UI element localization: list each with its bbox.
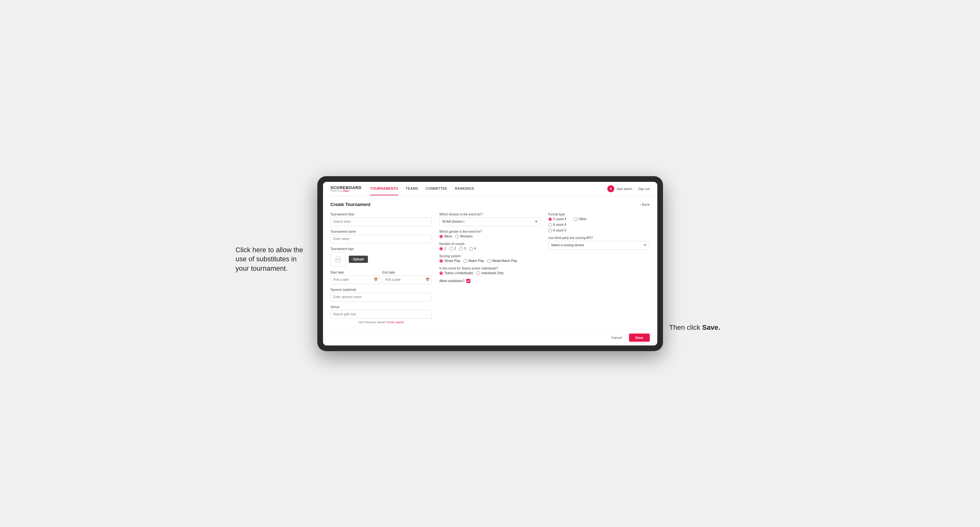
rounds-4[interactable]: 4 [469, 247, 476, 251]
gender-group: Which gender is the event for? Mens Wome… [439, 230, 541, 238]
user-name: blair admin [617, 187, 632, 190]
sponsor-group: Sponsor (optional) [331, 288, 432, 302]
event-teams-label: Teams (+Individuals) [444, 271, 473, 275]
format-5c4-radio[interactable] [548, 217, 552, 221]
venue-label: Venue [331, 305, 432, 309]
scoring-group: Scoring system Stroke Play Match Play [439, 254, 541, 263]
division-group: Which division is the event for? NCAA Di… [439, 213, 541, 226]
format-6c4-radio[interactable] [548, 223, 552, 227]
back-button[interactable]: ‹ Back [640, 203, 649, 206]
scoring-stroke-label: Stroke Play [444, 259, 460, 263]
rounds-group: Number of rounds 1 2 [439, 242, 541, 251]
format-options: 5 count 4 Other 6 count 4 [548, 217, 650, 232]
nav-bar: SCOREBOARD Powered by clippd TOURNAMENTS… [323, 182, 657, 196]
email-support-link[interactable]: email support [387, 321, 404, 324]
scoring-stroke[interactable]: Stroke Play [439, 259, 460, 263]
scoring-match[interactable]: Match Play [463, 259, 484, 263]
image-icon [335, 256, 341, 263]
gender-mens-radio[interactable] [439, 235, 443, 238]
rounds-3-radio[interactable] [459, 247, 463, 251]
tournament-logo-group: Tournament logo Upload [331, 247, 432, 267]
nav-tournaments[interactable]: TOURNAMENTS [370, 182, 398, 195]
format-6c4-label: 6 count 4 [553, 223, 566, 227]
left-section: Tournament Host Tournament name Tourname… [331, 213, 432, 324]
scoring-medal-label: Medal Match Play [492, 259, 517, 263]
event-individuals-radio[interactable] [476, 271, 480, 275]
tournament-name-input[interactable] [331, 235, 432, 243]
form-layout: Tournament Host Tournament name Tourname… [331, 213, 650, 324]
tablet-frame: SCOREBOARD Powered by clippd TOURNAMENTS… [317, 176, 663, 351]
page-title: Create Tournament [331, 202, 371, 207]
rounds-2-radio[interactable] [449, 247, 453, 251]
scoring-stroke-radio[interactable] [439, 259, 443, 263]
scoring-medal[interactable]: Medal Match Play [487, 259, 517, 263]
scoring-radio-group: Stroke Play Match Play Medal Match Play [439, 259, 541, 263]
start-date-wrapper: 📅 [331, 275, 380, 284]
venue-helper: Can't find your venue? email support [331, 321, 432, 324]
logo-area: SCOREBOARD Powered by clippd [331, 186, 362, 192]
format-group: Format type 5 count 4 Other [548, 213, 650, 232]
format-other-label: Other [579, 217, 587, 221]
nav-rankings[interactable]: RANKINGS [455, 182, 474, 195]
gender-womens[interactable]: Womens [455, 235, 473, 238]
sign-out-link[interactable]: Sign out [638, 187, 650, 190]
nav-separator: | [635, 187, 636, 190]
rounds-2-label: 2 [454, 247, 456, 250]
tournament-host-label: Tournament Host [331, 213, 432, 216]
rounds-2[interactable]: 2 [449, 247, 456, 251]
event-individuals[interactable]: Individuals Only [476, 271, 504, 275]
upload-button[interactable]: Upload [349, 256, 368, 263]
format-label: Format type [548, 213, 650, 216]
nav-committee[interactable]: COMMITTEE [426, 182, 447, 195]
gender-label: Which gender is the event for? [439, 230, 541, 233]
rounds-3[interactable]: 3 [459, 247, 466, 251]
format-6c5-radio[interactable] [548, 229, 552, 232]
scoring-match-radio[interactable] [463, 259, 467, 263]
logo-scoreboard: SCOREBOARD [331, 186, 362, 190]
end-date-group: End date 📅 [382, 271, 432, 284]
start-date-label: Start date [331, 271, 380, 274]
start-date-group: Start date 📅 [331, 271, 380, 284]
end-date-wrapper: 📅 [382, 275, 432, 284]
sponsor-input[interactable] [331, 293, 432, 302]
tournament-name-group: Tournament name [331, 230, 432, 243]
substitutes-checkbox[interactable] [466, 279, 470, 283]
scoring-api-label: Use third-party live scoring API? [548, 236, 650, 240]
scoring-medal-radio[interactable] [487, 259, 491, 263]
event-type-radio-group: Teams (+Individuals) Individuals Only [439, 271, 541, 275]
rounds-4-radio[interactable] [469, 247, 473, 251]
logo-upload-area: Upload [331, 252, 432, 267]
gender-womens-radio[interactable] [455, 235, 459, 238]
annotation-right: Then click Save. [669, 323, 732, 332]
save-button[interactable]: Save [629, 333, 650, 342]
cancel-button[interactable]: Cancel [608, 334, 626, 341]
form-footer: Cancel Save [323, 329, 657, 346]
nav-teams[interactable]: TEAMS [406, 182, 418, 195]
rounds-1[interactable]: 1 [439, 247, 446, 251]
event-teams[interactable]: Teams (+Individuals) [439, 271, 473, 275]
end-date-input[interactable] [382, 275, 432, 284]
division-select[interactable]: NCAA Division I [439, 217, 541, 226]
start-date-input[interactable] [331, 275, 380, 284]
tournament-name-label: Tournament name [331, 230, 432, 233]
right-section: Format type 5 count 4 Other [548, 213, 650, 324]
format-other[interactable]: Other [574, 217, 587, 221]
format-other-radio[interactable] [574, 217, 578, 221]
event-individuals-label: Individuals Only [481, 271, 504, 275]
format-6c5-label: 6 count 5 [553, 229, 566, 232]
tablet-screen: SCOREBOARD Powered by clippd TOURNAMENTS… [323, 182, 657, 346]
sponsor-label: Sponsor (optional) [331, 288, 432, 292]
format-6c4[interactable]: 6 count 4 [548, 223, 650, 227]
substitutes-checkbox-item[interactable]: Allow substitutes? [439, 279, 541, 283]
rounds-1-radio[interactable] [439, 247, 443, 251]
division-label: Which division is the event for? [439, 213, 541, 216]
rounds-1-label: 1 [444, 247, 446, 250]
gender-mens[interactable]: Mens [439, 235, 452, 238]
venue-input[interactable] [331, 310, 432, 319]
event-teams-radio[interactable] [439, 271, 443, 275]
tournament-host-input[interactable] [331, 217, 432, 226]
scoring-api-select[interactable]: Select a scoring service [548, 241, 650, 250]
scoring-api-group: Use third-party live scoring API? Select… [548, 236, 650, 250]
format-5c4[interactable]: 5 count 4 [548, 217, 566, 221]
format-6c5[interactable]: 6 count 5 [548, 229, 650, 232]
